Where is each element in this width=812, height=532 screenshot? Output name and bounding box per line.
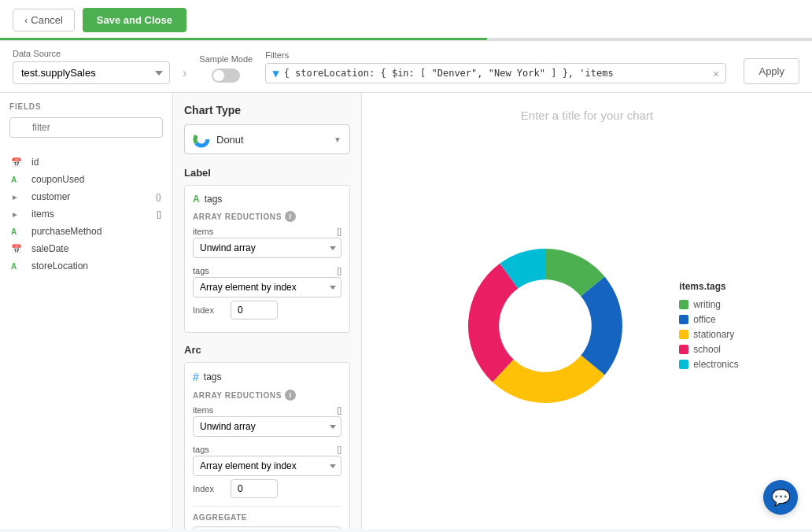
field-item-id[interactable]: 📅 id [9, 153, 163, 171]
legend-label-electronics: electronics [693, 359, 738, 370]
chart-area: items.tags writing office stationary sch… [378, 138, 796, 513]
label-index-row: Index [193, 301, 341, 320]
field-item-storeLocation[interactable]: A storeLocation [9, 257, 163, 275]
label-type-icon: A [193, 194, 200, 205]
sample-mode-toggle[interactable] [212, 68, 240, 83]
chart-type-display[interactable]: Donut ▼ [184, 124, 350, 154]
label-items-select[interactable]: Unwind array Array element by index None [193, 238, 341, 258]
donut-segment-office [581, 276, 623, 375]
filter-input[interactable]: ▼ { storeLocation: { $in: [ "Denver", "N… [265, 63, 726, 83]
label-info-icon[interactable]: i [285, 211, 296, 222]
label-field-name: tags [205, 194, 223, 205]
field-name-purchaseMethod: purchaseMethod [31, 226, 102, 237]
arc-items-name: items [193, 405, 213, 415]
label-items-name: items [193, 227, 213, 236]
label-tags-select[interactable]: Array element by index Unwind array None [193, 277, 341, 297]
sample-mode-label: Sample Mode [199, 54, 253, 64]
field-name-storeLocation: storeLocation [31, 260, 88, 272]
chat-button[interactable]: 💬 [763, 480, 798, 515]
datasource-select[interactable]: test.supplySales [13, 61, 170, 84]
legend-item-writing: writing [679, 299, 738, 310]
field-item-saleDate[interactable]: 📅 saleDate [9, 240, 163, 257]
expand-icon-items: ► [11, 210, 27, 219]
chevron-left-icon: ‹ [24, 14, 28, 26]
field-icon-purchaseMethod: A [11, 227, 27, 236]
arc-tags-select[interactable]: Array element by index Unwind array None [193, 456, 341, 476]
arc-index-label: Index [193, 484, 224, 493]
legend-label-school: school [693, 344, 721, 355]
search-wrapper: 🔍 [9, 117, 163, 146]
filters-label: Filters [265, 50, 726, 60]
chart-title-placeholder: Enter a title for your chart [378, 109, 796, 122]
legend-label-office: office [693, 314, 715, 325]
legend-swatch-writing [679, 300, 688, 309]
top-bar: ‹ Cancel Save and Close [0, 0, 812, 41]
field-item-items[interactable]: ► items [] [9, 205, 163, 223]
apply-button[interactable]: Apply [744, 58, 799, 84]
legend-item-electronics: electronics [679, 359, 738, 370]
arc-items-bracket: [] [337, 406, 341, 415]
chevron-down-icon: ▼ [334, 135, 341, 144]
field-icon-saleDate: 📅 [11, 244, 27, 254]
legend-swatch-stationary [679, 330, 688, 339]
arc-info-icon[interactable]: i [285, 390, 296, 401]
label-tags-bracket: [] [337, 267, 341, 275]
chart-type-select[interactable]: Donut ▼ [184, 124, 350, 154]
label-config-header: A tags [193, 194, 341, 205]
arc-tags-reduction: tags [] Array element by index Unwind ar… [193, 445, 341, 498]
cancel-button[interactable]: ‹ Cancel [13, 9, 75, 31]
filter-bar: Data Source test.supplySales › Sample Mo… [0, 41, 812, 93]
field-name-id: id [31, 157, 39, 168]
arc-items-reduction: items [] Unwind array Array element by i… [193, 405, 341, 440]
aggregate-select[interactable]: count sum avg min max [193, 526, 341, 529]
filter-clear-icon[interactable]: ✕ [713, 67, 719, 79]
arc-tags-header: tags [] [193, 445, 341, 454]
chart-type-title: Chart Type [184, 104, 350, 116]
datasource-group: Data Source test.supplySales [13, 49, 170, 84]
arc-section-title: Arc [184, 344, 350, 356]
field-icon-storeLocation: A [11, 262, 27, 271]
field-bracket-items: [] [157, 209, 161, 219]
arc-config-header: # tags [193, 371, 341, 383]
label-index-label: Index [193, 305, 224, 315]
chat-icon: 💬 [771, 488, 791, 507]
sample-mode-group: Sample Mode [199, 54, 253, 83]
label-config-box: A tags ARRAY REDUCTIONS i items [] Unwin… [184, 185, 350, 333]
field-icon-id: 📅 [11, 157, 27, 168]
label-section-title: Label [184, 167, 350, 179]
arrow-right-icon: › [183, 66, 186, 80]
field-name-customer: customer [31, 191, 70, 202]
field-name-items: items [31, 209, 54, 220]
arc-items-header: items [] [193, 405, 341, 415]
label-tags-header: tags [] [193, 266, 341, 275]
field-item-purchaseMethod[interactable]: A purchaseMethod [9, 223, 163, 240]
legend-label-stationary: stationary [693, 329, 734, 340]
filters-group: Filters ▼ { storeLocation: { $in: [ "Den… [265, 50, 726, 83]
filter-text: { storeLocation: { $in: [ "Denver", "New… [284, 68, 708, 79]
chart-legend: items.tags writing office stationary sch… [679, 281, 738, 370]
legend-item-school: school [679, 344, 738, 355]
field-item-couponUsed[interactable]: A couponUsed [9, 171, 163, 188]
aggregate-label: AGGREGATE [193, 506, 341, 522]
field-name-couponUsed: couponUsed [31, 174, 84, 185]
legend-swatch-office [679, 315, 688, 324]
center-panel: Chart Type Donut ▼ Label A tags ARRAY RE… [173, 93, 362, 529]
label-index-input[interactable] [231, 301, 278, 320]
label-items-header: items [] [193, 227, 341, 236]
field-name-saleDate: saleDate [31, 243, 68, 254]
legend-swatch-school [679, 345, 688, 354]
expand-icon-customer: ► [11, 193, 27, 201]
arc-tags-name: tags [193, 445, 209, 454]
field-bracket-customer: {} [156, 192, 161, 201]
field-item-customer[interactable]: ► customer {} [9, 188, 163, 205]
arc-index-input[interactable] [231, 479, 278, 498]
arc-items-select[interactable]: Unwind array Array element by index None [193, 416, 341, 437]
legend-label-writing: writing [693, 299, 721, 310]
legend-title: items.tags [679, 281, 738, 292]
arc-config-box: # tags ARRAY REDUCTIONS i items [] Unwin… [184, 362, 350, 529]
arc-type-icon: # [193, 371, 199, 383]
arc-index-row: Index [193, 479, 341, 498]
legend-swatch-electronics [679, 360, 688, 369]
fields-search-input[interactable] [9, 117, 163, 138]
save-close-button[interactable]: Save and Close [83, 8, 186, 32]
